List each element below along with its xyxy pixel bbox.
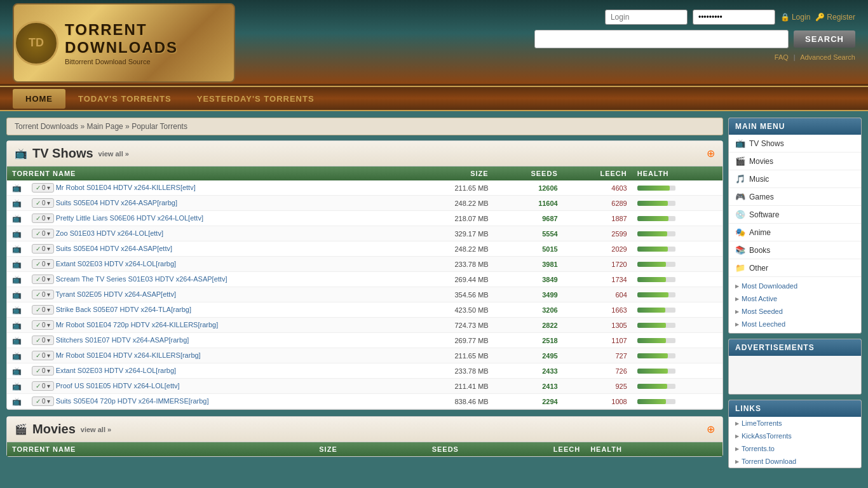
table-row: 📺 ✓ 0 ▾ Tyrant S02E05 HDTV x264-ASAP[ett… [7,287,722,302]
tv-shows-header: 📺 TV Shows view all » ⊕ [7,141,722,166]
row-size: 724.73 MB [411,318,493,333]
row-leech: 1734 [563,272,632,287]
vote-button[interactable]: ✓ 0 ▾ [32,396,54,406]
torrent-link[interactable]: Suits S05E04 HDTV x264-ASAP[ettv] [56,245,172,252]
torrent-link[interactable]: Mr Robot S01E04 HDTV x264-KILLERS[rarbg] [56,351,201,359]
lock-icon: 🔒 [780,13,790,22]
most-leeched-link[interactable]: Most Leeched [729,318,861,330]
table-row: 📺 ✓ 0 ▾ Mr Robot S01E04 HDTV x264-KILLER… [7,348,722,363]
table-row: 📺 ✓ 0 ▾ Zoo S01E03 HDTV x264-LOL[ettv] 3… [7,226,722,241]
tv-view-all[interactable]: view all » [98,150,129,158]
vote-button[interactable]: ✓ 0 ▾ [32,336,54,345]
movies-rss-icon[interactable]: ⊕ [707,423,715,435]
vote-count: 0 [42,383,46,390]
games-icon: 🎮 [735,192,745,201]
vote-arrow-icon: ▾ [47,352,50,359]
vote-button[interactable]: ✓ 0 ▾ [32,305,54,315]
torrent-link[interactable]: Suits S05E04 720p HDTV x264-IMMERSE[rarb… [56,397,209,405]
sidebar-item-other[interactable]: 📁 Other [729,259,861,277]
torrent-link[interactable]: Strike Back S05E07 HDTV x264-TLA[rarbg] [56,306,191,313]
health-bar-wrap [637,277,675,282]
torrent-link[interactable]: Stitchers S01E07 HDTV x264-ASAP[rarbg] [56,336,189,344]
torrent-link[interactable]: Tyrant S02E05 HDTV x264-ASAP[ettv] [55,290,176,298]
col-size: SIZE [411,166,493,180]
row-tv-icon: 📺 [7,272,27,287]
breadcrumb-main[interactable]: Main Page [86,122,123,131]
torrent-link[interactable]: Suits S05E04 HDTV x264-ASAP[rarbg] [56,199,177,207]
movies-view-all[interactable]: view all » [81,426,111,433]
sidebar-item-software[interactable]: 💿 Software [729,206,861,224]
most-seeded-link[interactable]: Most Seeded [729,305,861,318]
register-button[interactable]: 🔑 Register [815,13,855,22]
most-active-link[interactable]: Most Active [729,292,861,305]
vote-button[interactable]: ✓ 0 ▾ [32,229,54,238]
vote-button[interactable]: ✓ 0 ▾ [32,274,54,284]
advanced-search-link[interactable]: Advanced Search [800,53,855,61]
torrent-link[interactable]: Mr Robot S01E04 HDTV x264-KILLERS[ettv] [56,184,196,191]
sidebar-item-anime[interactable]: 🎭 Anime [729,224,861,241]
vote-button[interactable]: ✓ 0 ▾ [32,290,54,299]
search-button[interactable]: SEARCH [794,30,855,48]
limetorrents-link[interactable]: LimeTorrents [729,417,861,430]
most-downloaded-link[interactable]: Most Downloaded [729,280,861,292]
health-bar [637,384,667,389]
password-input[interactable] [693,10,775,25]
table-row: 📺 ✓ 0 ▾ Extant S02E03 HDTV x264-LOL[rarb… [7,257,722,272]
faq-link[interactable]: FAQ [775,53,789,61]
vote-button[interactable]: ✓ 0 ▾ [32,198,54,208]
check-icon: ✓ [36,261,41,268]
torrents-to-link[interactable]: Torrents.to [729,442,861,455]
kickass-link[interactable]: KickAssTorrents [729,430,861,442]
vote-arrow-icon: ▾ [47,383,50,390]
row-health [632,348,722,363]
vote-button[interactable]: ✓ 0 ▾ [32,259,54,269]
vote-count: 0 [42,322,46,329]
nav-home[interactable]: HOME [13,89,65,109]
torrent-download-link[interactable]: Torrent Download [729,455,861,468]
torrent-link[interactable]: Zoo S01E03 HDTV x264-LOL[ettv] [56,229,163,237]
sidebar-item-movies[interactable]: 🎬 Movies [729,152,861,170]
vote-button[interactable]: ✓ 0 ▾ [32,381,54,391]
nav-today[interactable]: TODAY'S TORRENTS [65,89,184,109]
row-size: 233.78 MB [411,363,493,379]
sidebar-item-books[interactable]: 📚 Books [729,241,861,259]
torrent-link[interactable]: Mr Robot S01E04 720p HDTV x264-KILLERS[r… [56,321,219,329]
torrent-link[interactable]: Scream The TV Series S01E03 HDTV x264-AS… [56,275,227,283]
vote-button[interactable]: ✓ 0 ▾ [32,183,54,193]
torrent-link[interactable]: Extant S02E03 HDTV x264-LOL[rarbg] [56,367,177,374]
login-button[interactable]: 🔒 Login [780,13,810,22]
vote-button[interactable]: ✓ 0 ▾ [32,214,54,223]
row-size: 233.78 MB [411,257,493,272]
row-health [632,272,722,287]
tv-row-icon: 📺 [12,397,22,406]
vote-arrow-icon: ▾ [47,215,50,222]
search-row: SEARCH [534,30,855,48]
nav-yesterday[interactable]: YESTERDAY'S TORRENTS [184,89,327,109]
vote-button[interactable]: ✓ 0 ▾ [32,366,54,376]
vote-arrow-icon: ▾ [47,367,50,374]
login-input[interactable] [605,10,688,25]
vote-button[interactable]: ✓ 0 ▾ [32,320,54,330]
torrent-link[interactable]: Extant S02E03 HDTV x264-LOL[rarbg] [56,260,177,268]
torrent-link[interactable]: Proof US S01E05 HDTV x264-LOL[ettv] [56,382,180,390]
check-icon: ✓ [36,245,41,252]
sidebar-item-games[interactable]: 🎮 Games [729,188,861,206]
health-bar [637,292,668,297]
breadcrumb-home[interactable]: Torrent Downloads [15,122,78,131]
row-tv-icon: 📺 [7,287,27,302]
row-size: 248.22 MB [411,241,493,257]
sidebar-item-music[interactable]: 🎵 Music [729,170,861,188]
row-size: 211.65 MB [411,348,493,363]
tv-rss-icon[interactable]: ⊕ [707,147,715,159]
tv-row-icon: 📺 [12,306,22,315]
sidebar-item-tvshows[interactable]: 📺 TV Shows [729,135,861,152]
torrent-link[interactable]: Pretty Little Liars S06E06 HDTV x264-LOL… [56,214,203,222]
vote-button[interactable]: ✓ 0 ▾ [32,351,54,360]
row-health [632,333,722,348]
row-leech: 1887 [563,211,632,226]
search-input[interactable] [534,30,789,48]
tv-row-icon: 📺 [12,184,22,193]
vote-arrow-icon: ▾ [47,291,50,298]
vote-button[interactable]: ✓ 0 ▾ [32,244,54,254]
movies-icon: 🎬 [735,156,745,166]
